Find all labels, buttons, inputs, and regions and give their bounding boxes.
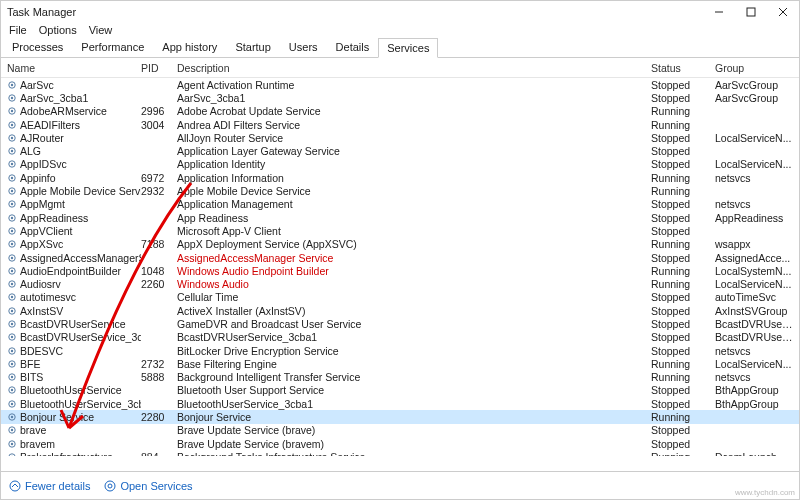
table-row[interactable]: AudioEndpointBuilder1048Windows Audio En… <box>1 264 799 277</box>
table-row[interactable]: AxInstSVActiveX Installer (AxInstSV)Stop… <box>1 304 799 317</box>
table-row[interactable]: Bonjour Service2280Bonjour ServiceRunnin… <box>1 410 799 423</box>
fewer-details-button[interactable]: Fewer details <box>9 480 90 492</box>
table-row[interactable]: BFE2732Base Filtering EngineRunningLocal… <box>1 357 799 370</box>
service-icon <box>7 412 17 422</box>
svg-point-41 <box>11 323 13 325</box>
service-group: BcastDVRUser... <box>715 318 799 330</box>
col-name[interactable]: Name <box>1 62 141 74</box>
col-status[interactable]: Status <box>651 62 715 74</box>
service-desc: AssignedAccessManager Service <box>177 252 651 264</box>
svg-point-29 <box>11 243 13 245</box>
table-row[interactable]: autotimesvcCellular TimeStoppedautoTimeS… <box>1 291 799 304</box>
service-name: BcastDVRUserService_3cba1 <box>20 331 141 343</box>
service-status: Stopped <box>651 212 715 224</box>
service-group: AxInstSVGroup <box>715 305 799 317</box>
table-row[interactable]: AssignedAccessManagerSvcAssignedAccessMa… <box>1 251 799 264</box>
svg-point-74 <box>105 481 115 491</box>
menu-file[interactable]: File <box>9 24 27 36</box>
service-pid: 884 <box>141 451 177 456</box>
table-row[interactable]: ALGApplication Layer Gateway ServiceStop… <box>1 144 799 157</box>
table-row[interactable]: AppIDSvcApplication IdentityStoppedLocal… <box>1 158 799 171</box>
tab-services[interactable]: Services <box>378 38 438 58</box>
table-row[interactable]: AJRouterAllJoyn Router ServiceStoppedLoc… <box>1 131 799 144</box>
table-row[interactable]: BcastDVRUserServiceGameDVR and Broadcast… <box>1 317 799 330</box>
col-desc[interactable]: Description <box>177 62 651 74</box>
tab-startup[interactable]: Startup <box>226 37 279 57</box>
svg-point-23 <box>11 203 13 205</box>
service-status: Running <box>651 411 715 423</box>
service-desc: Apple Mobile Device Service <box>177 185 651 197</box>
table-row[interactable]: Audiosrv2260Windows AudioRunningLocalSer… <box>1 277 799 290</box>
tab-users[interactable]: Users <box>280 37 327 57</box>
tab-performance[interactable]: Performance <box>72 37 153 57</box>
service-status: Stopped <box>651 291 715 303</box>
table-row[interactable]: BrokerInfrastructure884Background Tasks … <box>1 450 799 456</box>
service-name: ALG <box>20 145 41 157</box>
service-desc: Application Identity <box>177 158 651 170</box>
close-button[interactable] <box>767 1 799 23</box>
table-row[interactable]: AppXSvc7188AppX Deployment Service (AppX… <box>1 238 799 251</box>
table-row[interactable]: Apple Mobile Device Service2932Apple Mob… <box>1 184 799 197</box>
tab-app-history[interactable]: App history <box>153 37 226 57</box>
table-row[interactable]: BluetoothUserService_3cba1BluetoothUserS… <box>1 397 799 410</box>
service-desc: Microsoft App-V Client <box>177 225 651 237</box>
window-title: Task Manager <box>7 6 703 18</box>
service-name: AppIDSvc <box>20 158 67 170</box>
table-row[interactable]: BluetoothUserServiceBluetooth User Suppo… <box>1 384 799 397</box>
service-status: Stopped <box>651 79 715 91</box>
maximize-button[interactable] <box>735 1 767 23</box>
service-status: Stopped <box>651 198 715 210</box>
service-pid: 7188 <box>141 238 177 250</box>
service-group: netsvcs <box>715 345 799 357</box>
svg-point-57 <box>11 429 13 431</box>
service-status: Running <box>651 278 715 290</box>
service-desc: AllJoyn Router Service <box>177 132 651 144</box>
watermark: www.tychdn.com <box>735 488 795 497</box>
svg-point-60 <box>9 454 15 456</box>
table-row[interactable]: BDESVCBitLocker Drive Encryption Service… <box>1 344 799 357</box>
menu-options[interactable]: Options <box>39 24 77 36</box>
service-status: Stopped <box>651 145 715 157</box>
service-status: Stopped <box>651 331 715 343</box>
table-row[interactable]: Appinfo6972Application InformationRunnin… <box>1 171 799 184</box>
service-icon <box>7 425 17 435</box>
service-name: AppMgmt <box>20 198 65 210</box>
service-name: BluetoothUserService_3cba1 <box>20 398 141 410</box>
service-icon <box>7 146 17 156</box>
table-row[interactable]: AarSvcAgent Activation RuntimeStoppedAar… <box>1 78 799 91</box>
table-row[interactable]: braveBrave Update Service (brave)Stopped <box>1 424 799 437</box>
minimize-button[interactable] <box>703 1 735 23</box>
service-desc: Andrea ADI Filters Service <box>177 119 651 131</box>
table-row[interactable]: AarSvc_3cba1AarSvc_3cba1StoppedAarSvcGro… <box>1 91 799 104</box>
service-pid: 2732 <box>141 358 177 370</box>
service-status: Running <box>651 451 715 456</box>
service-group: LocalServiceN... <box>715 158 799 170</box>
open-services-link[interactable]: Open Services <box>104 480 192 492</box>
service-group: BthAppGroup <box>715 398 799 410</box>
col-group[interactable]: Group <box>715 62 799 74</box>
service-icon <box>7 452 17 456</box>
service-status: Stopped <box>651 225 715 237</box>
service-status: Stopped <box>651 318 715 330</box>
table-row[interactable]: bravemBrave Update Service (bravem)Stopp… <box>1 437 799 450</box>
col-pid[interactable]: PID <box>141 62 177 74</box>
menu-view[interactable]: View <box>89 24 113 36</box>
table-row[interactable]: AppMgmtApplication ManagementStoppednets… <box>1 198 799 211</box>
table-row[interactable]: AdobeARMservice2996Adobe Acrobat Update … <box>1 105 799 118</box>
table-row[interactable]: BITS5888Background Intelligent Transfer … <box>1 371 799 384</box>
tab-processes[interactable]: Processes <box>3 37 72 57</box>
service-name: BluetoothUserService <box>20 384 122 396</box>
service-desc: AarSvc_3cba1 <box>177 92 651 104</box>
service-pid: 2996 <box>141 105 177 117</box>
service-pid: 2260 <box>141 278 177 290</box>
service-pid: 6972 <box>141 172 177 184</box>
table-row[interactable]: AppVClientMicrosoft App-V ClientStopped <box>1 224 799 237</box>
table-row[interactable]: AppReadinessApp ReadinessStoppedAppReadi… <box>1 211 799 224</box>
service-name: AssignedAccessManagerSvc <box>20 252 141 264</box>
svg-point-15 <box>11 150 13 152</box>
table-row[interactable]: BcastDVRUserService_3cba1BcastDVRUserSer… <box>1 331 799 344</box>
service-group: AppReadiness <box>715 212 799 224</box>
service-pid: 3004 <box>141 119 177 131</box>
table-row[interactable]: AEADIFilters3004Andrea ADI Filters Servi… <box>1 118 799 131</box>
tab-details[interactable]: Details <box>327 37 379 57</box>
